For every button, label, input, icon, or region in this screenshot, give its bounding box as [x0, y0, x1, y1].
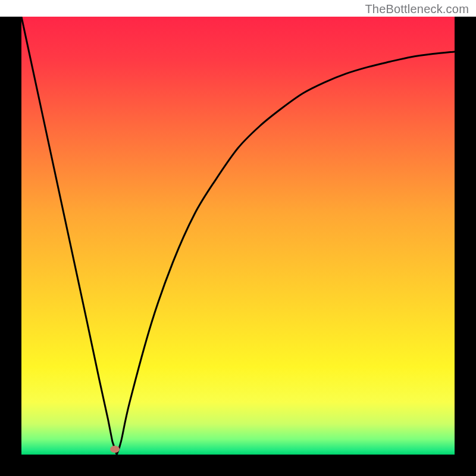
watermark-text: TheBottleneck.com	[365, 2, 469, 16]
curve-line	[21, 17, 455, 455]
minimum-marker	[110, 446, 120, 453]
chart-frame	[0, 17, 476, 476]
plot-area	[21, 17, 455, 455]
